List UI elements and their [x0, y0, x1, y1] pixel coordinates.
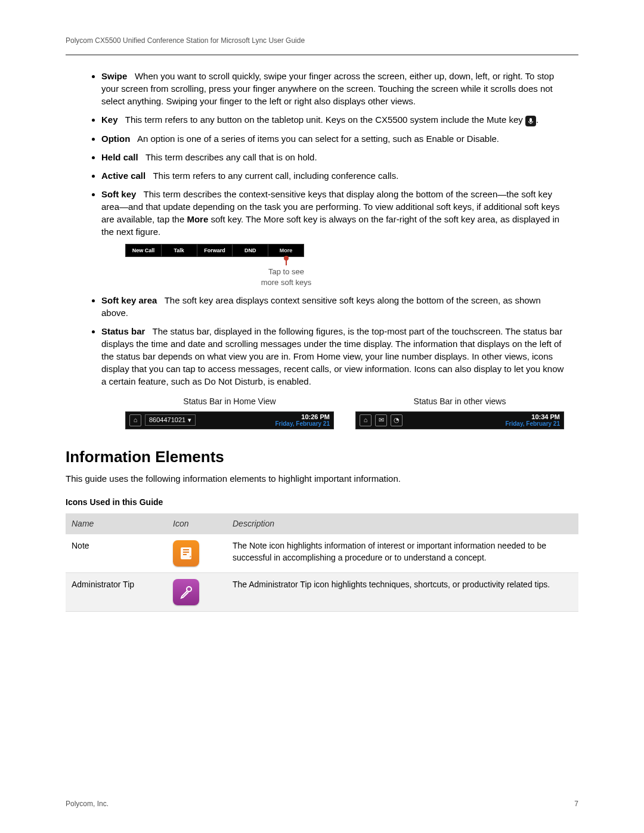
col-desc: Description — [227, 513, 578, 535]
statusbar-figure: Status Bar in Home View Status Bar in ot… — [125, 396, 566, 429]
statusbar-other: ⌂ ✉ ◔ 10:34 PM Friday, February 21 — [355, 411, 564, 429]
icons-table: Name Icon Description Note The Note icon… — [66, 513, 578, 612]
term: Held call — [101, 152, 138, 162]
term: Option — [101, 134, 130, 144]
def-option: Option An option is one of a series of i… — [101, 132, 566, 145]
footer-page-number: 7 — [574, 799, 578, 809]
statusbar-caption-left: Status Bar in Home View — [125, 396, 334, 411]
cell-name: Note — [66, 534, 167, 573]
page: Polycom CX5500 Unified Conference Statio… — [0, 0, 644, 833]
line-number-text: 8604471021 — [149, 416, 185, 425]
admin-tip-icon — [173, 579, 199, 605]
softkey-talk[interactable]: Talk — [162, 244, 197, 256]
col-icon: Icon — [167, 513, 227, 535]
term: Soft key — [101, 189, 136, 199]
cell-icon — [167, 573, 227, 612]
def-text: The status bar, displayed in the followi… — [101, 326, 564, 386]
section-intro: This guide uses the following informatio… — [66, 472, 578, 485]
page-footer: Polycom, Inc. 7 — [66, 799, 578, 809]
def-active-call: Active call This term refers to any curr… — [101, 169, 566, 182]
statusbar-home: ⌂ 8604471021 ▾ 10:26 PM Friday, February… — [125, 411, 334, 429]
def-text: An option is one of a series of items yo… — [137, 134, 499, 144]
note-icon — [173, 540, 199, 566]
term: Status bar — [101, 326, 145, 336]
date: Friday, February 21 — [275, 420, 330, 427]
def-soft-key-area: Soft key area The soft key area displays… — [101, 294, 566, 319]
caption-line2: more soft keys — [244, 277, 328, 288]
table-header-row: Name Icon Description — [66, 513, 578, 535]
line-number[interactable]: 8604471021 ▾ — [145, 414, 196, 426]
def-key: Key This term refers to any button on th… — [101, 113, 566, 126]
running-header: Polycom CX5500 Unified Conference Statio… — [66, 36, 578, 54]
def-soft-key: Soft key This term describes the context… — [101, 188, 566, 288]
chevron-down-icon: ▾ — [188, 416, 191, 425]
table-row: Administrator Tip The Administrator Tip … — [66, 573, 578, 612]
time: 10:34 PM — [505, 413, 560, 420]
term: Active call — [101, 171, 145, 181]
home-icon[interactable]: ⌂ — [360, 414, 371, 426]
home-icon[interactable]: ⌂ — [129, 414, 141, 426]
cell-desc: The Administrator Tip icon highlights te… — [227, 573, 578, 612]
def-text: This term refers to any button on the ta… — [125, 114, 523, 125]
softkey-more[interactable]: More — [268, 244, 304, 256]
softkey-dnd[interactable]: DND — [233, 244, 268, 256]
def-status-bar: Status bar The status bar, displayed in … — [101, 325, 566, 429]
messages-icon[interactable]: ✉ — [375, 414, 387, 426]
softkey-caption: Tap to see more soft keys — [244, 257, 328, 288]
cell-icon — [167, 534, 227, 573]
cell-name: Administrator Tip — [66, 573, 167, 612]
def-held-call: Held call This term describes any call t… — [101, 151, 566, 163]
time: 10:26 PM — [275, 413, 330, 420]
def-swipe: Swipe When you want to scroll quickly, s… — [101, 70, 566, 107]
softkey-forward[interactable]: Forward — [197, 244, 233, 256]
table-title: Icons Used in this Guide — [66, 497, 578, 509]
footer-left: Polycom, Inc. — [66, 799, 109, 809]
cell-desc: The Note icon highlights information of … — [227, 534, 578, 573]
definitions-list: Swipe When you want to scroll quickly, s… — [66, 70, 566, 429]
more-bold: More — [187, 214, 208, 224]
svg-point-1 — [187, 587, 191, 592]
col-name: Name — [66, 513, 167, 535]
softkey-new-call[interactable]: New Call — [126, 244, 162, 256]
term: Key — [101, 114, 118, 125]
recent-icon[interactable]: ◔ — [391, 414, 402, 426]
def-text: This term describes any call that is on … — [145, 152, 317, 162]
term: Swipe — [101, 71, 127, 81]
date: Friday, February 21 — [505, 420, 560, 427]
def-text: When you want to scroll quickly, swipe y… — [101, 71, 554, 106]
caption-line1: Tap to see — [244, 267, 328, 277]
statusbar-caption-right: Status Bar in other views — [355, 396, 564, 411]
softkey-bar: New Call Talk Forward DND More — [125, 244, 304, 257]
table-row: Note The Note icon highlights informatio… — [66, 534, 578, 573]
def-text: This term refers to any current call, in… — [153, 171, 398, 181]
pointer-arrow-icon — [286, 258, 287, 265]
header-rule — [66, 54, 578, 55]
section-title: Information Elements — [66, 446, 578, 467]
def-text: The soft key area displays context sensi… — [101, 295, 541, 318]
softkey-figure: New Call Talk Forward DND More Tap to se… — [125, 244, 566, 288]
mute-key-icon — [525, 116, 536, 126]
def-text-after: . — [536, 114, 538, 125]
term: Soft key area — [101, 295, 157, 305]
